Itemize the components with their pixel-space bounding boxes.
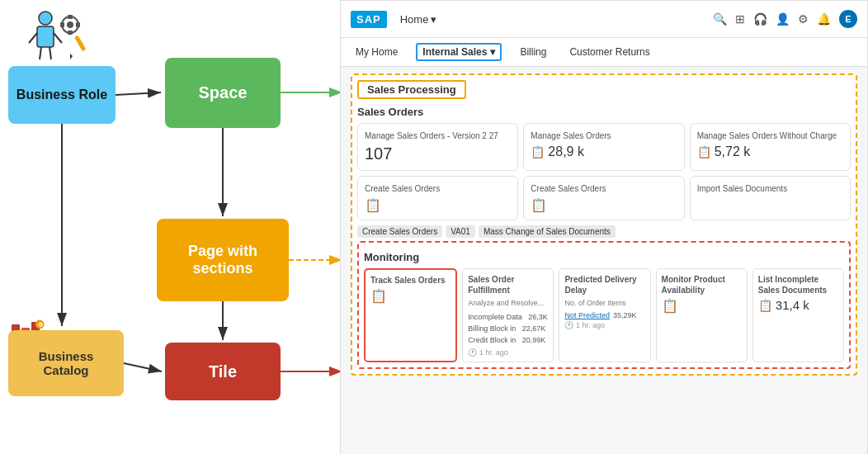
tile-manage-orders[interactable]: Manage Sales Orders 📋 28,9 k bbox=[523, 123, 684, 171]
track-orders-icon: 📋 bbox=[370, 289, 387, 303]
svg-rect-11 bbox=[76, 22, 80, 27]
svg-point-7 bbox=[67, 21, 73, 28]
svg-rect-1 bbox=[37, 26, 54, 47]
sap-navbar: My Home Internal Sales ▾ Billing Custome… bbox=[341, 38, 867, 67]
sap-logo: SAP bbox=[351, 11, 387, 28]
grid-icon[interactable]: ⊞ bbox=[735, 12, 745, 26]
sales-orders-tile-grid-row1: Manage Sales Orders - Version 2 27 107 M… bbox=[357, 123, 851, 171]
incomplete-docs-icon: 📋 bbox=[758, 299, 772, 312]
tile-import-sales[interactable]: Import Sales Documents bbox=[690, 176, 851, 220]
svg-point-0 bbox=[39, 12, 52, 25]
sales-orders-section-title: Sales Orders bbox=[357, 106, 851, 118]
monitoring-section: Monitoring Track Sales Orders 📋 Sales Or… bbox=[357, 241, 851, 369]
nav-internal-sales[interactable]: Internal Sales ▾ bbox=[416, 43, 502, 61]
box-tile: Tile bbox=[165, 343, 281, 400]
tag-va01[interactable]: VA01 bbox=[446, 225, 475, 238]
product-avail-icon: 📋 bbox=[662, 299, 678, 313]
manage-orders-icon: 📋 bbox=[531, 145, 545, 158]
svg-text:⚙: ⚙ bbox=[38, 322, 43, 328]
tile-manage-orders-v2[interactable]: Manage Sales Orders - Version 2 27 107 bbox=[357, 123, 518, 171]
nav-billing[interactable]: Billing bbox=[515, 45, 551, 59]
svg-rect-10 bbox=[60, 22, 64, 27]
svg-rect-9 bbox=[68, 31, 73, 35]
page-section-border: Sales Processing Sales Orders Manage Sal… bbox=[351, 73, 857, 376]
create-orders-icon: 📋 bbox=[365, 198, 381, 212]
box-business-role: Business Role bbox=[8, 66, 116, 124]
sap-content: Sales Processing Sales Orders Manage Sal… bbox=[341, 67, 867, 454]
create-orders-2-icon: 📋 bbox=[531, 198, 547, 212]
bell-icon[interactable]: 🔔 bbox=[817, 12, 831, 26]
sap-topbar: SAP Home ▾ 🔍 ⊞ 🎧 👤 ⚙ 🔔 E bbox=[341, 1, 867, 38]
svg-line-4 bbox=[40, 47, 41, 59]
tile-create-orders[interactable]: Create Sales Orders 📋 bbox=[357, 176, 518, 220]
monitoring-title: Monitoring bbox=[364, 251, 844, 263]
monitor-tile-fulfillment[interactable]: Sales Order Fulfillment Analyze and Reso… bbox=[462, 268, 554, 362]
svg-line-5 bbox=[50, 47, 51, 59]
box-business-catalog: Business Catalog bbox=[8, 330, 124, 396]
no-charge-icon: 📋 bbox=[697, 145, 711, 158]
search-icon[interactable]: 🔍 bbox=[713, 12, 727, 26]
sap-panel: SAP Home ▾ 🔍 ⊞ 🎧 👤 ⚙ 🔔 E My Home Interna… bbox=[340, 0, 868, 454]
sap-home-menu[interactable]: Home ▾ bbox=[400, 13, 437, 26]
tag-create-sales-orders[interactable]: Create Sales Orders bbox=[357, 225, 442, 238]
monitor-tile-track-orders[interactable]: Track Sales Orders 📋 bbox=[364, 268, 457, 362]
nav-customer-returns[interactable]: Customer Returns bbox=[564, 45, 654, 59]
person-icon bbox=[25, 8, 91, 66]
sales-orders-tile-grid-row2: Create Sales Orders 📋 Create Sales Order… bbox=[357, 176, 851, 220]
settings-icon[interactable]: ⚙ bbox=[798, 12, 809, 26]
tile-create-orders-2[interactable]: Create Sales Orders 📋 bbox=[523, 176, 684, 220]
svg-marker-13 bbox=[70, 54, 73, 59]
box-page-sections: Page with sections bbox=[157, 219, 289, 301]
svg-rect-12 bbox=[74, 35, 86, 52]
headset-icon[interactable]: 🎧 bbox=[753, 12, 767, 26]
svg-line-23 bbox=[116, 92, 161, 95]
user-avatar[interactable]: E bbox=[839, 10, 857, 28]
sales-processing-tab[interactable]: Sales Processing bbox=[357, 80, 466, 99]
svg-line-2 bbox=[29, 33, 37, 43]
topbar-icons: 🔍 ⊞ 🎧 👤 ⚙ 🔔 E bbox=[713, 10, 857, 28]
monitoring-grid: Track Sales Orders 📋 Sales Order Fulfill… bbox=[364, 268, 844, 362]
diagram-area: Business Role Space Page with sections ⚙… bbox=[0, 0, 347, 454]
svg-line-26 bbox=[124, 363, 162, 371]
box-space: Space bbox=[165, 58, 281, 128]
bottom-bar: Create Sales Orders VA01 Mass Change of … bbox=[357, 225, 851, 238]
monitor-tile-delivery-delay[interactable]: Predicted Delivery Delay No. of Order It… bbox=[559, 268, 650, 362]
monitor-tile-product-availability[interactable]: Monitor Product Availability 📋 bbox=[656, 268, 748, 362]
tile-manage-orders-no-charge[interactable]: Manage Sales Orders Without Charge 📋 5,7… bbox=[690, 123, 851, 171]
svg-line-3 bbox=[54, 33, 62, 43]
nav-my-home[interactable]: My Home bbox=[351, 45, 403, 59]
monitor-tile-incomplete-docs[interactable]: List Incomplete Sales Documents 📋 31,4 k bbox=[752, 268, 844, 362]
person-icon[interactable]: 👤 bbox=[776, 12, 790, 26]
tag-mass-change[interactable]: Mass Change of Sales Documents bbox=[479, 225, 616, 238]
svg-rect-8 bbox=[68, 15, 73, 19]
